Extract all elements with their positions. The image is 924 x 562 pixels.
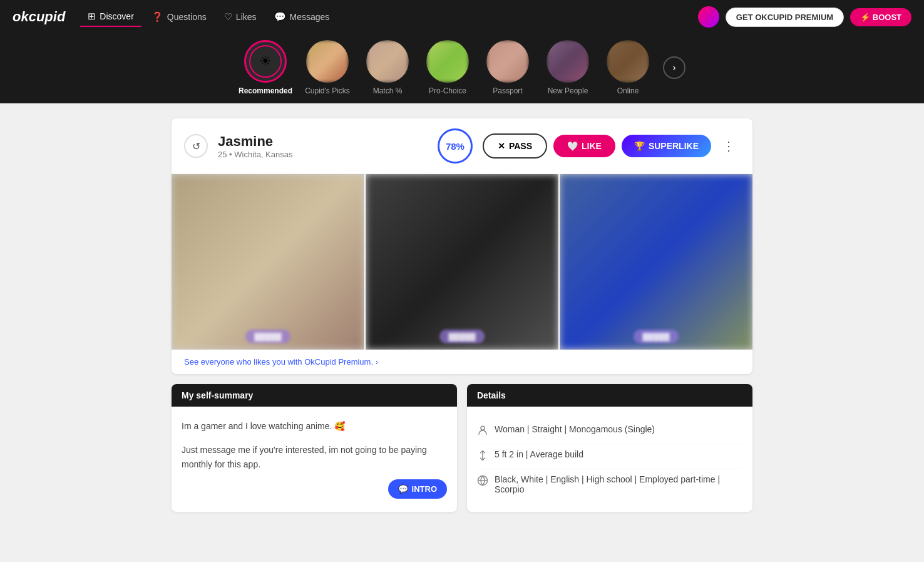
category-match-label: Match % xyxy=(373,86,403,95)
app-logo[interactable]: okcupid xyxy=(13,9,65,25)
category-online-label: Online xyxy=(617,86,639,95)
category-cupids-picks[interactable]: Cupid's Picks xyxy=(302,40,352,95)
category-match[interactable]: Match % xyxy=(362,40,413,95)
detail-item-0: Woman | Straight | Monogamous (Single) xyxy=(477,419,742,444)
user-avatar[interactable] xyxy=(698,6,719,28)
like-label: LIKE xyxy=(582,141,602,151)
questions-icon: ❓ xyxy=(151,11,163,23)
category-passport-label: Passport xyxy=(493,86,522,95)
photo-2[interactable]: ▓▓▓▓▓ xyxy=(366,174,558,350)
profile-name: Jasmine xyxy=(218,133,428,150)
more-options-button[interactable]: ⋮ xyxy=(717,136,740,156)
messages-icon: 💬 xyxy=(274,11,286,23)
nav-items: ⊞ Discover ❓ Questions ♡ Likes 💬 Message… xyxy=(80,7,693,27)
category-new-people-label: New People xyxy=(548,86,588,95)
pass-button[interactable]: ✕ PASS xyxy=(483,133,547,159)
pass-x-icon: ✕ xyxy=(498,141,505,151)
discover-icon: ⊞ xyxy=(88,11,96,22)
action-buttons: ✕ PASS 🤍 LIKE 🏆 SUPERLIKE ⋮ xyxy=(483,133,740,159)
photo-1-badge: ▓▓▓▓▓ xyxy=(245,330,290,343)
category-items: ☀ Recommended Cupid's Picks Match % Pro-… xyxy=(239,40,653,95)
match-percentage: 78% xyxy=(438,128,473,164)
superlike-label: SUPERLIKE xyxy=(649,141,699,151)
category-new-people-img xyxy=(547,40,589,83)
self-summary-body: Im a gamer and I love watching anime. 🥰 … xyxy=(172,407,457,509)
category-recommended[interactable]: ☀ Recommended xyxy=(239,40,292,95)
photo-1-img xyxy=(172,174,364,350)
category-recommended-label: Recommended xyxy=(239,86,292,95)
undo-button[interactable]: ↺ xyxy=(184,134,208,158)
superlike-button[interactable]: 🏆 SUPERLIKE xyxy=(622,135,711,157)
category-passport-img xyxy=(486,40,529,83)
detail-text-2: Black, White | English | High school | E… xyxy=(495,474,742,494)
detail-icon-person xyxy=(477,425,488,439)
intro-button[interactable]: 💬 INTRO xyxy=(388,479,447,499)
details-header: Details xyxy=(467,384,752,407)
profile-age: 25 xyxy=(218,150,227,159)
self-summary-text-2: Just message me if you're interested, im… xyxy=(182,443,447,471)
category-recommended-img: ☀ xyxy=(244,40,287,83)
likes-icon: ♡ xyxy=(224,11,232,23)
profile-name-section: Jasmine 25 • Wichita, Kansas xyxy=(218,133,428,159)
intro-icon: 💬 xyxy=(398,484,408,494)
detail-icon-height xyxy=(477,450,488,464)
nav-questions[interactable]: ❓ Questions xyxy=(144,8,214,26)
category-passport[interactable]: Passport xyxy=(483,40,533,95)
details-list: Woman | Straight | Monogamous (Single) 5… xyxy=(477,419,742,499)
category-online[interactable]: Online xyxy=(603,40,653,95)
details-body: Woman | Straight | Monogamous (Single) 5… xyxy=(467,407,752,512)
photo-3-img xyxy=(560,174,752,350)
nav-likes[interactable]: ♡ Likes xyxy=(217,8,264,26)
navbar: okcupid ⊞ Discover ❓ Questions ♡ Likes 💬… xyxy=(0,0,924,34)
category-pro-choice-img xyxy=(426,40,469,83)
pass-label: PASS xyxy=(509,141,532,151)
profile-card: ↺ Jasmine 25 • Wichita, Kansas 78% ✕ PAS… xyxy=(172,118,752,374)
category-online-img xyxy=(607,40,649,83)
nav-likes-label: Likes xyxy=(236,12,257,22)
nav-discover[interactable]: ⊞ Discover xyxy=(80,7,141,27)
category-new-people[interactable]: New People xyxy=(543,40,593,95)
profile-header: ↺ Jasmine 25 • Wichita, Kansas 78% ✕ PAS… xyxy=(172,118,752,174)
photo-2-badge: ▓▓▓▓▓ xyxy=(439,330,485,343)
nav-discover-label: Discover xyxy=(100,11,133,21)
like-button[interactable]: 🤍 LIKE xyxy=(553,135,615,157)
self-summary-text-1: Im a gamer and I love watching anime. 🥰 xyxy=(182,419,447,433)
nav-questions-label: Questions xyxy=(167,12,207,22)
premium-link-text[interactable]: See everyone who likes you with OkCupid … xyxy=(184,357,378,367)
main-content: ↺ Jasmine 25 • Wichita, Kansas 78% ✕ PAS… xyxy=(162,118,762,512)
category-match-img xyxy=(366,40,409,83)
detail-item-1: 5 ft 2 in | Average build xyxy=(477,444,742,469)
premium-button[interactable]: GET OKCUPID PREMIUM xyxy=(726,8,844,27)
self-summary-card: My self-summary Im a gamer and I love wa… xyxy=(172,384,457,512)
detail-text-0: Woman | Straight | Monogamous (Single) xyxy=(495,424,655,434)
photo-1[interactable]: ▓▓▓▓▓ xyxy=(172,174,364,350)
category-bar: ☀ Recommended Cupid's Picks Match % Pro-… xyxy=(0,34,924,103)
profile-age-location: 25 • Wichita, Kansas xyxy=(218,150,428,159)
self-summary-header: My self-summary xyxy=(172,384,457,407)
category-pro-choice[interactable]: Pro-Choice xyxy=(423,40,473,95)
boost-button[interactable]: ⚡ BOOST xyxy=(850,8,911,26)
nav-messages-label: Messages xyxy=(290,12,330,22)
details-card: Details Woman | Straight | Monogamous (S… xyxy=(467,384,752,512)
photo-2-img xyxy=(366,174,558,350)
detail-icon-globe xyxy=(477,475,488,489)
nav-right: GET OKCUPID PREMIUM ⚡ BOOST xyxy=(698,6,911,28)
category-cupids-picks-label: Cupid's Picks xyxy=(305,86,350,95)
like-heart-icon: 🤍 xyxy=(567,141,578,151)
svg-point-0 xyxy=(481,426,485,430)
profile-location: Wichita, Kansas xyxy=(234,150,292,159)
category-next-button[interactable]: › xyxy=(663,56,685,79)
detail-item-2: Black, White | English | High school | E… xyxy=(477,469,742,499)
nav-messages[interactable]: 💬 Messages xyxy=(267,8,337,26)
photo-3-badge: ▓▓▓▓▓ xyxy=(634,330,679,343)
recommended-icon: ☀ xyxy=(259,53,272,70)
profile-sections: My self-summary Im a gamer and I love wa… xyxy=(172,384,752,512)
category-cupids-picks-img xyxy=(306,40,349,83)
intro-label: INTRO xyxy=(412,484,437,494)
category-pro-choice-label: Pro-Choice xyxy=(429,86,466,95)
premium-link[interactable]: See everyone who likes you with OkCupid … xyxy=(172,350,752,374)
photo-3[interactable]: ▓▓▓▓▓ xyxy=(560,174,752,350)
superlike-icon: 🏆 xyxy=(634,141,645,151)
recommended-inner: ☀ xyxy=(249,45,282,78)
photos-row: ▓▓▓▓▓ ▓▓▓▓▓ ▓▓▓▓▓ xyxy=(172,174,752,350)
